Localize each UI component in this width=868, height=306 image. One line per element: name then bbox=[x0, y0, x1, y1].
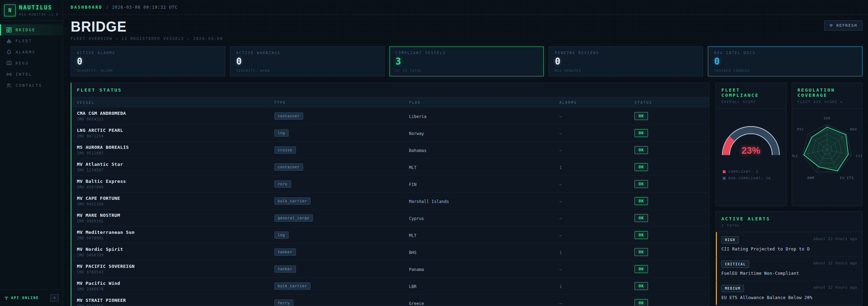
vessel-flag: MLT bbox=[409, 233, 417, 238]
app-title: NAUTILUS bbox=[19, 5, 59, 11]
page-title: BRIDGE bbox=[71, 19, 127, 34]
vessel-type-badge: tanker bbox=[274, 265, 296, 273]
table-row[interactable]: MS AURORA BOREALIS IMO 9512887cruiseBaha… bbox=[71, 142, 709, 159]
stat-value: 0 bbox=[236, 56, 378, 67]
alert-item[interactable]: HIGH about 22 hours ago CII Rating Proje… bbox=[716, 232, 862, 256]
table-row[interactable]: MV Nordic Spirit IMO 3456789tankerBHS1OK bbox=[71, 244, 709, 261]
breadcrumb-separator: / bbox=[106, 5, 108, 10]
column-header-alarms: ALARMS bbox=[559, 101, 634, 104]
alert-timestamp: about 22 hours ago bbox=[814, 286, 857, 289]
svg-text:SOX: SOX bbox=[824, 116, 831, 120]
stat-sub: OF 13 TOTAL bbox=[396, 69, 422, 73]
status-badge: OK bbox=[634, 197, 648, 205]
logo: N NAUTILUS REG·MONITOR·v1.0 bbox=[0, 0, 63, 21]
status-badge: OK bbox=[634, 214, 648, 222]
active-alerts-panel: ACTIVE ALERTS 3 TOTAL HIGH about 22 hour… bbox=[716, 211, 862, 306]
stat-sub: TRACKED SOURCES bbox=[714, 69, 750, 73]
column-header-flag: FLAG bbox=[409, 101, 559, 104]
table-row[interactable]: CMA CGM ANDROMEDA IMO 9654321containerLi… bbox=[71, 108, 709, 125]
breadcrumb[interactable]: DASHBOARD bbox=[71, 5, 103, 10]
vessel-type-badge: tanker bbox=[274, 248, 296, 256]
topbar: DASHBOARD / 2026-03-08 00:19:32 UTC bbox=[63, 0, 868, 15]
vessel-imo: IMO 1234567 bbox=[77, 168, 274, 172]
sidebar-item-bridge[interactable]: BRIDGE bbox=[0, 24, 63, 35]
stat-value: 0 bbox=[555, 56, 697, 67]
alert-message: EU ETS Allowance Balance Below 20% bbox=[721, 295, 857, 300]
stat-label: COMPLIANT VESSELS bbox=[396, 51, 538, 55]
sidebar-collapse-button[interactable]: < bbox=[50, 294, 59, 302]
alert-timestamp: about 22 hours ago bbox=[814, 261, 857, 265]
vessel-alarms: – bbox=[559, 148, 562, 153]
status-badge: OK bbox=[634, 265, 648, 273]
signal-icon bbox=[4, 296, 9, 300]
alert-severity-badge: MEDIUM bbox=[721, 285, 744, 292]
stat-sub: SEVERITY: WARN bbox=[236, 69, 270, 73]
table-row[interactable]: LNG ARCTIC PEARL IMO 9871234lngNorway–OK bbox=[71, 125, 709, 142]
alert-item[interactable]: MEDIUM about 22 hours ago EU ETS Allowan… bbox=[716, 281, 862, 305]
vessel-alarms: – bbox=[559, 267, 562, 272]
stats-row: ACTIVE ALARMS 0 SEVERITY: ALARM ACTIVE W… bbox=[71, 46, 862, 76]
table-row[interactable]: MV MARE NOSTRUM IMO 9999101general_cargo… bbox=[71, 210, 709, 227]
vessel-type-badge: container bbox=[274, 112, 303, 120]
vessel-imo: IMO 9654321 bbox=[77, 117, 274, 121]
status-badge: OK bbox=[634, 231, 648, 239]
sidebar-item-label: INTEL bbox=[16, 72, 32, 77]
vessel-alarms: – bbox=[559, 199, 562, 204]
vessel-name: LNG ARCTIC PEARL bbox=[77, 128, 274, 133]
vessel-flag: Cyprus bbox=[409, 216, 424, 221]
status-badge: OK bbox=[634, 146, 648, 154]
alert-severity-badge: CRITICAL bbox=[721, 261, 749, 268]
status-badge: OK bbox=[634, 180, 648, 188]
sidebar-item-label: CONTACTS bbox=[16, 83, 42, 88]
vessel-type-badge: lng bbox=[274, 129, 289, 137]
alert-item[interactable]: CRITICAL about 22 hours ago FuelEU Marit… bbox=[716, 256, 862, 281]
vessel-name: MV CAPE FORTUNE bbox=[77, 196, 274, 201]
grid-icon bbox=[6, 27, 12, 33]
vessel-flag: Norway bbox=[409, 131, 424, 136]
stat-label: PENDING REVIEWS bbox=[555, 51, 697, 55]
sidebar-item-fleet[interactable]: FLEET bbox=[0, 35, 63, 46]
vessel-type-badge: cruise bbox=[274, 146, 296, 154]
table-row[interactable]: MV STRAIT PIONEER IMO 9123456ferryGreece… bbox=[71, 295, 709, 306]
vessel-type-badge: lng bbox=[274, 231, 289, 239]
vessel-imo: IMO 5678901 bbox=[77, 236, 274, 240]
stat-card-compliant-vessels: COMPLIANT VESSELS 3 OF 13 TOTAL bbox=[389, 46, 544, 76]
vessel-flag: Greece bbox=[409, 301, 424, 306]
gauge-legend: COMPLIANT: 3NON-COMPLIANT: 10 bbox=[716, 167, 786, 180]
regulation-coverage-title: REGULATION COVERAGE bbox=[798, 87, 857, 98]
sidebar-item-label: FLEET bbox=[16, 39, 32, 43]
table-row[interactable]: MV CAPE FORTUNE IMO 9432198bulk_carrierM… bbox=[71, 193, 709, 210]
stat-label: ACTIVE WARNINGS bbox=[236, 51, 378, 55]
sidebar-item-label: REGS bbox=[16, 61, 29, 66]
sidebar-item-alarms[interactable]: ALARMS bbox=[0, 46, 63, 58]
svg-text:BWM: BWM bbox=[807, 176, 814, 180]
compliance-gauge-chart: 23% bbox=[716, 118, 786, 166]
table-row[interactable]: MV Atlantic Star IMO 1234567containerMLT… bbox=[71, 159, 709, 176]
column-header-type: TYPE bbox=[274, 101, 409, 104]
vessel-flag: Panama bbox=[409, 267, 424, 272]
sidebar-item-contacts[interactable]: CONTACTS bbox=[0, 80, 63, 91]
stat-card-active-warnings: ACTIVE WARNINGS 0 SEVERITY: WARN bbox=[230, 46, 385, 76]
svg-text:MLC: MLC bbox=[792, 154, 798, 158]
stat-card-reg-intel-docs: REG INTEL DOCS 0 TRACKED SOURCES bbox=[708, 46, 862, 76]
alerts-list: HIGH about 22 hours ago CII Rating Proje… bbox=[716, 232, 862, 305]
alert-message: FuelEU Maritime Non-Compliant bbox=[721, 271, 857, 276]
vessel-flag: Marshall Islands bbox=[409, 199, 449, 204]
table-row[interactable]: MV Pacific Wind IMO 2345678bulk_carrierL… bbox=[71, 278, 709, 295]
fleet-table-body: CMA CGM ANDROMEDA IMO 9654321containerLi… bbox=[71, 108, 709, 306]
refresh-button[interactable]: ⟳ REFRESH bbox=[824, 20, 862, 31]
vessel-imo: IMO 9432198 bbox=[77, 202, 274, 206]
topbar-timestamp: 2026-03-08 00:19:32 UTC bbox=[112, 5, 177, 10]
sidebar-item-regs[interactable]: REGS bbox=[0, 58, 63, 69]
sidebar-item-intel[interactable]: INTEL bbox=[0, 69, 63, 80]
bell-icon bbox=[6, 49, 12, 55]
table-row[interactable]: MV Mediterranean Sun IMO 5678901lngMLT–O… bbox=[71, 227, 709, 244]
table-row[interactable]: MV PACIFIC SOVEREIGN IMO 9786543tankerPa… bbox=[71, 261, 709, 278]
regulation-coverage-subtitle: FLEET AVG SCORE % bbox=[798, 100, 857, 104]
refresh-icon: ⟳ bbox=[830, 23, 833, 28]
alert-severity-badge: HIGH bbox=[721, 236, 739, 244]
vessel-alarms: – bbox=[559, 131, 562, 136]
table-row[interactable]: MV Baltic Express IMO 4567890roroFIN–OK bbox=[71, 176, 709, 193]
column-header-status: STATUS bbox=[634, 101, 703, 104]
vessel-flag: BHS bbox=[409, 250, 417, 255]
